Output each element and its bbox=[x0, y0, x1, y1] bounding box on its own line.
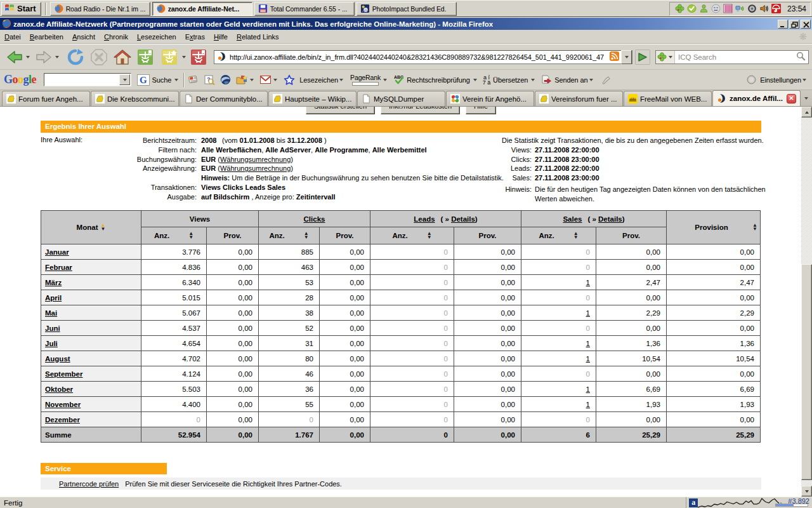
bookmark-star-icon[interactable] bbox=[284, 74, 295, 86]
tab[interactable]: Die Krebscommuni... bbox=[91, 91, 179, 106]
highlighter-icon[interactable] bbox=[601, 75, 612, 85]
speaker-icon[interactable] bbox=[759, 4, 769, 14]
go-button[interactable] bbox=[635, 50, 650, 65]
volume-knob-icon[interactable] bbox=[747, 4, 757, 14]
google-bookmarks-menu[interactable]: Lesezeichen bbox=[299, 76, 345, 84]
tab[interactable]: Hauptseite – Wikip... bbox=[268, 91, 357, 106]
search-input[interactable]: ICQ Search bbox=[675, 53, 796, 61]
details-link[interactable]: Details bbox=[598, 215, 622, 223]
back-button[interactable] bbox=[5, 48, 24, 66]
tab[interactable]: Verein für Angehö... bbox=[446, 91, 534, 106]
google-site-search-icon[interactable]: ? bbox=[204, 75, 215, 85]
month-link[interactable]: April bbox=[45, 294, 62, 302]
details-link[interactable]: Details bbox=[451, 215, 475, 223]
google-search-dropdown[interactable] bbox=[119, 74, 130, 85]
sales-count-link[interactable]: 1 bbox=[586, 401, 590, 408]
tab[interactable]: FreeMail von WEB... bbox=[624, 91, 712, 106]
tab[interactable]: zanox.de Affil...✕ bbox=[712, 90, 801, 106]
scrapbook-yellow-icon[interactable] bbox=[162, 50, 177, 65]
month-link[interactable]: September bbox=[45, 370, 82, 378]
menu-lesezeichen[interactable]: Lesezeichen bbox=[133, 31, 181, 43]
sales-count-link[interactable]: 1 bbox=[586, 340, 590, 347]
sort-arrows-icon[interactable]: ▲▼ bbox=[573, 232, 579, 240]
taskbar-window-button[interactable]: Road Radio - Die Nr.1 im ... bbox=[50, 2, 150, 16]
menu-hilfe[interactable]: Hilfe bbox=[209, 31, 232, 43]
google-search-input[interactable] bbox=[44, 73, 131, 86]
tab[interactable]: Vereinsforum fuer ... bbox=[535, 91, 623, 106]
menu-bearbeiten[interactable]: Bearbeiten bbox=[25, 31, 68, 43]
menu-related-links[interactable]: Related Links bbox=[232, 31, 284, 43]
month-link[interactable]: Januar bbox=[45, 248, 69, 256]
google-search-options-dropdown[interactable] bbox=[174, 79, 178, 81]
translate-menu[interactable]: Übersetzen bbox=[493, 76, 537, 84]
google-folder-dropdown[interactable] bbox=[250, 79, 254, 81]
google-folder-icon[interactable] bbox=[236, 75, 247, 85]
spellcheck-icon[interactable]: ABC bbox=[393, 74, 405, 85]
subcolumn-anz[interactable]: Anz.▲▼ bbox=[521, 227, 596, 244]
icq-clover-icon[interactable] bbox=[675, 4, 685, 14]
page-button-statistik-erstellen[interactable]: Statistik erstellen bbox=[306, 107, 375, 114]
column-group-clicks[interactable]: Clicks bbox=[259, 211, 370, 227]
tab[interactable]: MySQLDumper bbox=[357, 91, 445, 106]
sales-count-link[interactable]: 1 bbox=[586, 385, 590, 393]
vnc-icon[interactable] bbox=[723, 4, 733, 14]
month-link[interactable]: Juli bbox=[45, 340, 58, 347]
column-header-provision[interactable]: Provision▲▼ bbox=[667, 211, 761, 244]
sort-arrows-icon[interactable]: ▲▼ bbox=[304, 232, 309, 240]
sort-arrows-icon[interactable]: ▲▼ bbox=[752, 224, 757, 232]
month-link[interactable]: August bbox=[45, 355, 70, 363]
scroll-down-button[interactable] bbox=[801, 486, 812, 497]
rss-icon[interactable] bbox=[610, 51, 619, 62]
pagerank-widget[interactable]: PageRank bbox=[350, 74, 381, 86]
minimize-button[interactable] bbox=[778, 20, 788, 29]
menu-extras[interactable]: Extras bbox=[181, 31, 209, 43]
column-group-sales[interactable]: Sales ( » Details) bbox=[521, 211, 667, 227]
home-button[interactable] bbox=[113, 48, 132, 66]
stop-button[interactable] bbox=[90, 48, 108, 66]
url-dropdown[interactable] bbox=[621, 50, 632, 64]
forward-dropdown[interactable] bbox=[55, 56, 59, 58]
avira-icon[interactable] bbox=[771, 4, 782, 14]
scrapbook-green-icon[interactable] bbox=[138, 50, 153, 65]
scrollbar-thumb[interactable] bbox=[801, 264, 812, 480]
taskbar-window-button[interactable]: PhotoImpact Bundled Ed. bbox=[357, 2, 457, 16]
reload-button[interactable] bbox=[66, 48, 85, 66]
send-to-icon[interactable] bbox=[541, 75, 552, 85]
taskbar-window-button[interactable]: Total Commander 6.55 - ... bbox=[254, 2, 355, 16]
menu-chronik[interactable]: Chronik bbox=[100, 31, 133, 43]
forward-button[interactable] bbox=[34, 48, 53, 66]
tab[interactable]: Der Communityblo... bbox=[180, 91, 268, 106]
google-earth-icon[interactable] bbox=[220, 74, 231, 85]
tab[interactable]: Forum fuer Angeh... bbox=[2, 91, 90, 106]
send-to-menu[interactable]: Senden an bbox=[554, 76, 594, 84]
page-button-hilfe[interactable]: Hilfe bbox=[466, 107, 496, 114]
month-link[interactable]: November bbox=[45, 401, 81, 408]
month-link[interactable]: März bbox=[45, 279, 62, 286]
month-link[interactable]: Februar bbox=[45, 264, 72, 271]
scroll-up-button[interactable] bbox=[801, 107, 812, 117]
sort-arrows-icon[interactable]: ▲▼ bbox=[100, 224, 105, 232]
sort-arrows-icon[interactable]: ▲▼ bbox=[188, 232, 193, 240]
month-link[interactable]: Oktober bbox=[45, 385, 73, 393]
search-magnifier-icon[interactable] bbox=[796, 51, 806, 62]
scrapbook-red-icon[interactable] bbox=[191, 50, 206, 65]
subcolumn-anz[interactable]: Anz.▲▼ bbox=[259, 227, 320, 244]
month-link[interactable]: Dezember bbox=[45, 416, 80, 424]
vertical-scrollbar[interactable] bbox=[801, 107, 812, 497]
back-dropdown[interactable] bbox=[26, 56, 30, 58]
pagerank-dropdown[interactable] bbox=[383, 79, 387, 81]
google-settings-menu[interactable]: Einstellungen bbox=[747, 75, 808, 84]
menu-ansicht[interactable]: Ansicht bbox=[68, 31, 100, 43]
green-check-icon[interactable] bbox=[687, 4, 697, 14]
url-bar[interactable]: http://ui.zanox-affiliate.de/bin/z_in_fr… bbox=[214, 50, 632, 64]
sales-count-link[interactable]: 1 bbox=[586, 279, 590, 286]
search-box[interactable]: ICQ Search bbox=[655, 50, 809, 64]
taskbar-window-button[interactable]: zanox.de Affiliate-Net... bbox=[152, 2, 252, 16]
smiley-icon[interactable] bbox=[711, 4, 721, 14]
restore-button[interactable] bbox=[789, 20, 799, 29]
sort-arrows-icon[interactable]: ▲▼ bbox=[427, 232, 432, 240]
currency-conversion-link[interactable]: Währungsumrechnung bbox=[220, 164, 291, 172]
column-header-monat[interactable]: Monat▲▼ bbox=[41, 211, 141, 244]
month-link[interactable]: Mai bbox=[45, 309, 57, 317]
search-engine-selector[interactable] bbox=[656, 51, 675, 64]
